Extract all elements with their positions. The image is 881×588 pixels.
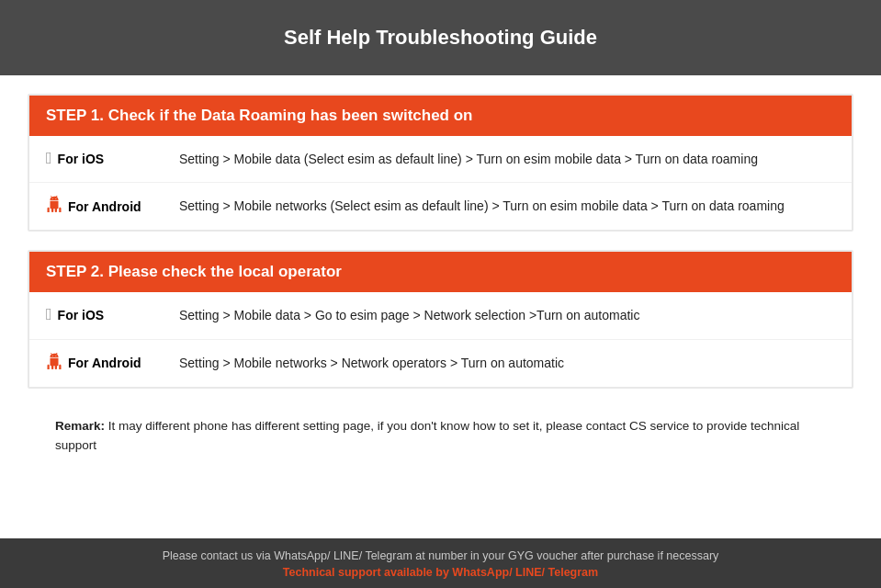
- step1-android-label-text: For Android: [68, 199, 141, 214]
- footer-support: Technical support available by WhatsApp/…: [18, 566, 863, 579]
- step1-ios-row:  For iOS Setting > Mobile data (Select …: [29, 136, 852, 183]
- android-icon: [46, 196, 62, 217]
- remark-label: Remark:: [55, 419, 105, 433]
- apple-icon-2: : [46, 305, 52, 324]
- step1-ios-label-text: For iOS: [58, 152, 105, 166]
- step2-ios-label-text: For iOS: [58, 308, 105, 322]
- step1-android-row: For Android Setting > Mobile networks (S…: [29, 183, 852, 230]
- android-icon-2: [46, 353, 62, 374]
- footer: Please contact us via WhatsApp/ LINE/ Te…: [0, 538, 881, 588]
- step2-title: STEP 2. Please check the local operator: [46, 263, 342, 280]
- step2-ios-row:  For iOS Setting > Mobile data > Go to …: [29, 292, 852, 339]
- step1-ios-text: Setting > Mobile data (Select esim as de…: [179, 149, 758, 169]
- main-content: STEP 1. Check if the Data Roaming has be…: [0, 75, 881, 538]
- page-title: Self Help Troubleshooting Guide: [284, 26, 597, 49]
- step2-android-label: For Android: [46, 353, 179, 374]
- step1-header: STEP 1. Check if the Data Roaming has be…: [29, 96, 852, 136]
- step1-android-text: Setting > Mobile networks (Select esim a…: [179, 196, 785, 216]
- step2-android-label-text: For Android: [68, 356, 141, 370]
- step2-body:  For iOS Setting > Mobile data > Go to …: [29, 292, 852, 386]
- step1-title: STEP 1. Check if the Data Roaming has be…: [46, 107, 472, 124]
- step2-ios-text: Setting > Mobile data > Go to esim page …: [179, 305, 639, 325]
- footer-contact: Please contact us via WhatsApp/ LINE/ Te…: [18, 549, 863, 562]
- remark-text: It may different phone has different set…: [55, 419, 799, 453]
- step2-android-text: Setting > Mobile networks > Network oper…: [179, 353, 564, 373]
- step1-body:  For iOS Setting > Mobile data (Select …: [29, 136, 852, 230]
- step1-ios-label:  For iOS: [46, 149, 179, 168]
- remark-section: Remark: It may different phone has diffe…: [28, 407, 853, 469]
- apple-icon: : [46, 149, 52, 168]
- step2-header: STEP 2. Please check the local operator: [29, 252, 852, 292]
- step2-ios-label:  For iOS: [46, 305, 179, 324]
- step1-card: STEP 1. Check if the Data Roaming has be…: [28, 94, 853, 232]
- step2-android-row: For Android Setting > Mobile networks > …: [29, 340, 852, 387]
- step1-android-label: For Android: [46, 196, 179, 217]
- page-header: Self Help Troubleshooting Guide: [0, 0, 881, 75]
- step2-card: STEP 2. Please check the local operator …: [28, 250, 853, 388]
